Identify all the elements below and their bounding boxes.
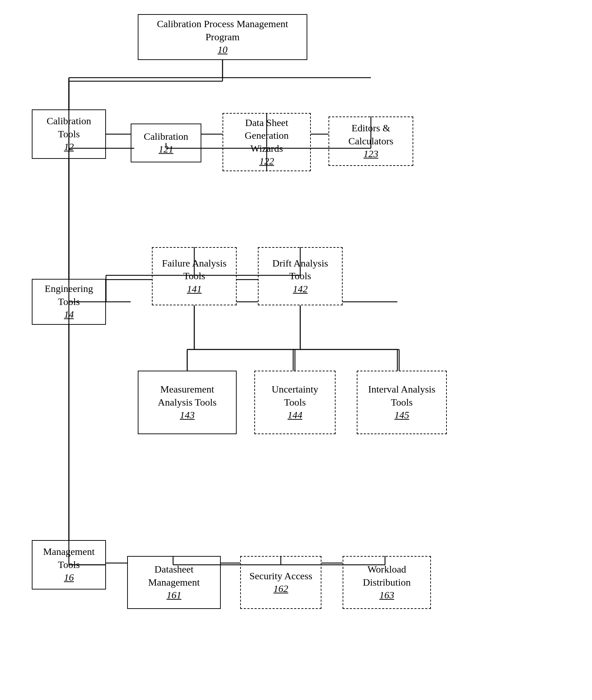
root-ref: 10: [218, 43, 227, 56]
interval-analysis-label: Interval Analysis Tools: [362, 383, 441, 409]
interval-analysis-node: Interval Analysis Tools 145: [357, 371, 447, 434]
datasheet-mgmt-node: Datasheet Management 161: [127, 556, 221, 609]
measurement-analysis-node: Measurement Analysis Tools 143: [138, 371, 237, 434]
uncertainty-tools-ref: 144: [288, 409, 302, 421]
security-access-node: Security Access 162: [240, 556, 321, 609]
data-sheet-ref: 122: [259, 155, 274, 168]
diagram: Calibration Process Management Program 1…: [0, 0, 592, 700]
data-sheet-label: Data Sheet Generation Wizards: [228, 116, 305, 155]
measurement-analysis-label: Measurement Analysis Tools: [143, 383, 231, 409]
root-label: Calibration Process Management Program: [143, 18, 302, 43]
engineering-tools-node: Engineering Tools 14: [32, 279, 106, 325]
measurement-analysis-ref: 143: [180, 409, 195, 421]
interval-analysis-ref: 145: [395, 409, 409, 421]
management-tools-node: Management Tools 16: [32, 540, 106, 590]
calibration-tools-ref: 12: [64, 140, 74, 153]
calibration-node: Calibration 121: [131, 124, 201, 162]
engineering-tools-label: Engineering Tools: [37, 282, 100, 308]
uncertainty-tools-node: Uncertainty Tools 144: [254, 371, 336, 434]
workload-dist-ref: 163: [379, 589, 394, 602]
editors-calculators-node: Editors & Calculators 123: [328, 116, 413, 166]
management-tools-ref: 16: [64, 571, 74, 584]
calibration-tools-node: Calibration Tools 12: [32, 109, 106, 159]
management-tools-label: Management Tools: [37, 545, 100, 571]
engineering-tools-ref: 14: [64, 308, 74, 321]
root-node: Calibration Process Management Program 1…: [138, 14, 307, 60]
security-access-ref: 162: [273, 582, 288, 595]
datasheet-mgmt-label: Datasheet Management: [133, 563, 215, 589]
calibration-tools-label: Calibration Tools: [37, 115, 100, 140]
drift-analysis-ref: 142: [293, 283, 308, 295]
failure-analysis-label: Failure Analysis Tools: [158, 257, 231, 283]
drift-analysis-label: Drift Analysis Tools: [264, 257, 337, 283]
calibration-label: Calibration: [144, 130, 188, 143]
drift-analysis-node: Drift Analysis Tools 142: [258, 247, 343, 305]
workload-dist-node: Workload Distribution 163: [343, 556, 431, 609]
failure-analysis-ref: 141: [187, 283, 202, 295]
uncertainty-tools-label: Uncertainty Tools: [260, 383, 330, 409]
security-access-label: Security Access: [249, 570, 312, 582]
editors-calculators-label: Editors & Calculators: [334, 122, 408, 148]
failure-analysis-node: Failure Analysis Tools 141: [152, 247, 237, 305]
data-sheet-node: Data Sheet Generation Wizards 122: [223, 113, 311, 171]
calibration-ref: 121: [159, 143, 173, 156]
workload-dist-label: Workload Distribution: [348, 563, 425, 589]
editors-calculators-ref: 123: [363, 148, 378, 160]
datasheet-mgmt-ref: 161: [167, 589, 182, 602]
